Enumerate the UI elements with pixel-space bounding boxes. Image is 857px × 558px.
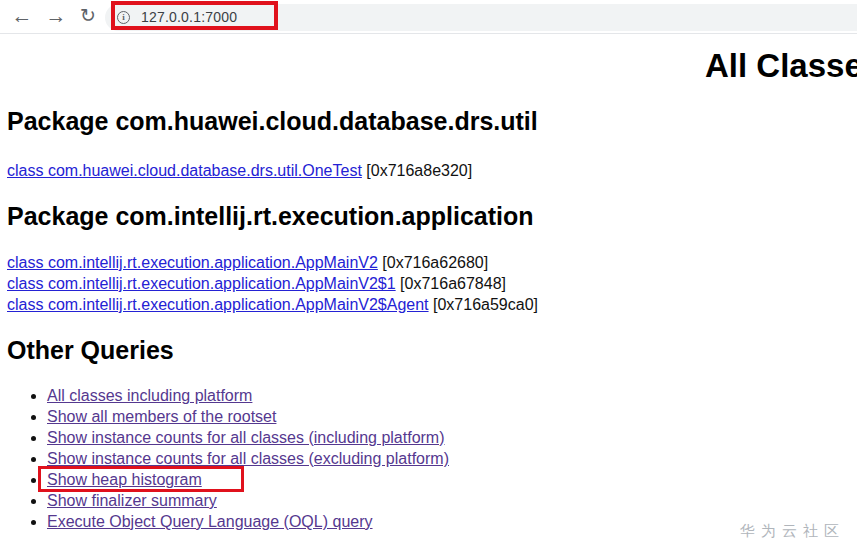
- class-link[interactable]: class com.intellij.rt.execution.applicat…: [7, 254, 378, 271]
- class-link[interactable]: class com.huawei.cloud.database.drs.util…: [7, 162, 362, 179]
- query-link-instance-counts-excluding[interactable]: Show instance counts for all classes (ex…: [47, 450, 449, 467]
- back-icon[interactable]: ←: [8, 0, 36, 34]
- page-content: Package com.huawei.cloud.database.drs.ut…: [0, 34, 857, 532]
- list-item: Execute Object Query Language (OQL) quer…: [47, 511, 857, 532]
- query-link-finalizer-summary[interactable]: Show finalizer summary: [47, 492, 217, 509]
- class-address: [0x716a8e320]: [366, 162, 472, 179]
- class-row: class com.intellij.rt.execution.applicat…: [7, 273, 857, 294]
- class-link[interactable]: class com.intellij.rt.execution.applicat…: [7, 275, 396, 292]
- class-address: [0x716a62680]: [382, 254, 488, 271]
- list-item: Show finalizer summary: [47, 490, 857, 511]
- forward-icon[interactable]: →: [42, 0, 70, 34]
- query-link-all-classes-platform[interactable]: All classes including platform: [47, 387, 252, 404]
- other-queries-list: All classes including platform Show all …: [7, 385, 857, 532]
- class-row: class com.intellij.rt.execution.applicat…: [7, 294, 857, 315]
- package-heading: Package com.intellij.rt.execution.applic…: [7, 201, 857, 231]
- class-address: [0x716a67848]: [400, 275, 506, 292]
- query-link-instance-counts-including[interactable]: Show instance counts for all classes (in…: [47, 429, 445, 446]
- reload-icon[interactable]: ↻: [74, 0, 102, 34]
- list-item: All classes including platform: [47, 385, 857, 406]
- class-row: class com.huawei.cloud.database.drs.util…: [7, 160, 857, 181]
- query-link-rootset-members[interactable]: Show all members of the rootset: [47, 408, 276, 425]
- list-item: Show instance counts for all classes (in…: [47, 427, 857, 448]
- class-link[interactable]: class com.intellij.rt.execution.applicat…: [7, 296, 429, 313]
- package-heading: Package com.huawei.cloud.database.drs.ut…: [7, 106, 857, 136]
- list-item: Show all members of the rootset: [47, 406, 857, 427]
- query-link-oql[interactable]: Execute Object Query Language (OQL) quer…: [47, 513, 373, 530]
- other-queries-heading: Other Queries: [7, 335, 857, 365]
- annotation-box-heap-histogram: [38, 466, 244, 492]
- class-address: [0x716a59ca0]: [433, 296, 538, 313]
- annotation-box-url: [111, 1, 278, 30]
- watermark: 华为云社区: [740, 522, 845, 541]
- class-row: class com.intellij.rt.execution.applicat…: [7, 252, 857, 273]
